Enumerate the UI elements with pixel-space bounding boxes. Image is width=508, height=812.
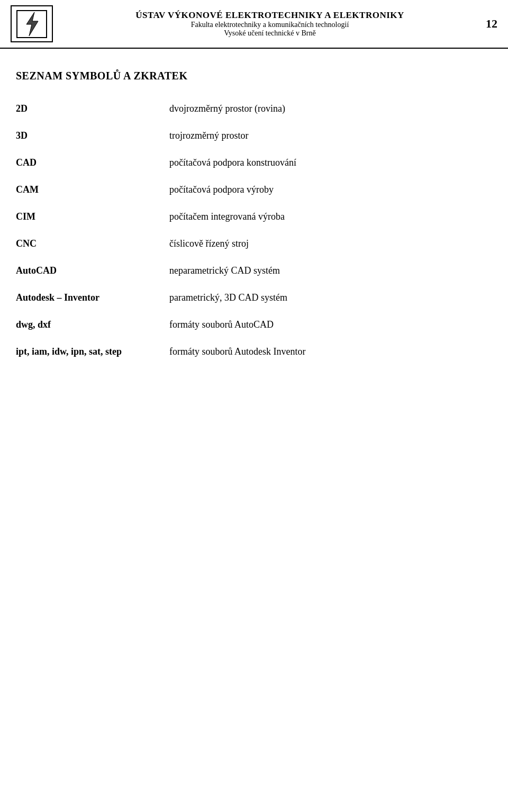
glossary-definition: parametrický, 3D CAD systém bbox=[169, 292, 482, 303]
page: ÚSTAV VÝKONOVÉ ELEKTROTECHNIKY A ELEKTRO… bbox=[0, 0, 508, 812]
glossary-definition: trojrozměrný prostor bbox=[169, 130, 482, 141]
glossary-term: ipt, iam, idw, ipn, sat, step bbox=[16, 346, 169, 357]
main-content: SEZNAM SYMBOLŮ A ZKRATEK 2Ddvojrozměrný … bbox=[0, 49, 508, 394]
glossary-row: CIMpočítačem integrovaná výroba bbox=[16, 211, 482, 222]
glossary-definition: dvojrozměrný prostor (rovina) bbox=[169, 103, 482, 114]
header-title-line2: Fakulta elektrotechniky a komunikačních … bbox=[64, 21, 476, 29]
page-number: 12 bbox=[476, 17, 497, 31]
glossary-term: 3D bbox=[16, 130, 169, 141]
glossary-term: dwg, dxf bbox=[16, 319, 169, 330]
glossary-row: AutoCADneparametrický CAD systém bbox=[16, 265, 482, 276]
section-title: SEZNAM SYMBOLŮ A ZKRATEK bbox=[16, 70, 482, 82]
glossary-term: CNC bbox=[16, 238, 169, 249]
glossary-term: AutoCAD bbox=[16, 265, 169, 276]
glossary-definition: formáty souborů AutoCAD bbox=[169, 319, 482, 330]
glossary-term: CIM bbox=[16, 211, 169, 222]
svg-marker-1 bbox=[26, 12, 38, 36]
glossary-row: CAMpočítačová podpora výroby bbox=[16, 184, 482, 195]
glossary-definition: neparametrický CAD systém bbox=[169, 265, 482, 276]
institution-name: ÚSTAV VÝKONOVÉ ELEKTROTECHNIKY A ELEKTRO… bbox=[64, 10, 476, 38]
glossary-term: CAD bbox=[16, 157, 169, 168]
glossary-definition: číslicově řízený stroj bbox=[169, 238, 482, 249]
glossary-row: dwg, dxfformáty souborů AutoCAD bbox=[16, 319, 482, 330]
glossary-row: 2Ddvojrozměrný prostor (rovina) bbox=[16, 103, 482, 114]
header-title-line1: ÚSTAV VÝKONOVÉ ELEKTROTECHNIKY A ELEKTRO… bbox=[64, 10, 476, 21]
glossary-row: CNCčíslicově řízený stroj bbox=[16, 238, 482, 249]
glossary-term: Autodesk – Inventor bbox=[16, 292, 169, 303]
glossary-row: 3Dtrojrozměrný prostor bbox=[16, 130, 482, 141]
glossary-definition: počítačem integrovaná výroba bbox=[169, 211, 482, 222]
glossary-term: CAM bbox=[16, 184, 169, 195]
glossary-row: ipt, iam, idw, ipn, sat, stepformáty sou… bbox=[16, 346, 482, 357]
page-header: ÚSTAV VÝKONOVÉ ELEKTROTECHNIKY A ELEKTRO… bbox=[0, 0, 508, 49]
glossary-table: 2Ddvojrozměrný prostor (rovina)3Dtrojroz… bbox=[16, 103, 482, 357]
glossary-row: Autodesk – Inventorparametrický, 3D CAD … bbox=[16, 292, 482, 303]
institution-logo bbox=[11, 5, 53, 42]
glossary-term: 2D bbox=[16, 103, 169, 114]
glossary-definition: formáty souborů Autodesk Inventor bbox=[169, 346, 482, 357]
header-title-line3: Vysoké učení technické v Brně bbox=[64, 29, 476, 38]
glossary-definition: počítačová podpora výroby bbox=[169, 184, 482, 195]
glossary-row: CADpočítačová podpora konstruování bbox=[16, 157, 482, 168]
glossary-definition: počítačová podpora konstruování bbox=[169, 157, 482, 168]
